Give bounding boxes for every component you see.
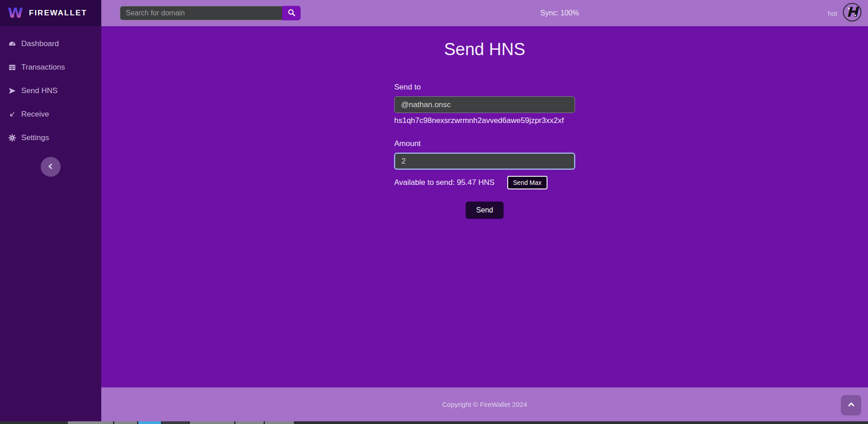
amount-label: Amount — [394, 139, 575, 148]
brand-name: FIREWALLET — [29, 9, 87, 18]
chevron-left-icon — [47, 162, 55, 172]
available-balance-text: Available to send: 95.47 HNS — [394, 178, 495, 187]
svg-text:H: H — [846, 4, 859, 20]
arrow-down-left-icon — [8, 110, 16, 118]
sidebar: W FIREWALLET Dashboard — [0, 0, 101, 421]
send-max-button[interactable]: Send Max — [507, 176, 547, 189]
search-button[interactable] — [282, 6, 301, 20]
sidebar-collapse-button[interactable] — [41, 157, 61, 177]
resolved-address: hs1qh7c98nexsrzwrmnh2avved6awe59jzpr3xx2… — [394, 116, 575, 125]
brand[interactable]: W FIREWALLET — [0, 0, 101, 26]
send-button[interactable]: Send — [466, 202, 503, 219]
sidebar-item-label: Transactions — [21, 63, 65, 72]
sidebar-item-label: Dashboard — [21, 39, 59, 48]
taskbar-item[interactable] — [68, 421, 113, 424]
scroll-to-top-button[interactable] — [841, 395, 861, 415]
topbar: Sync: 100% hot H — [101, 0, 868, 26]
svg-text:W: W — [8, 5, 23, 21]
send-to-label: Send to — [394, 83, 575, 92]
taskbar-strip — [0, 421, 868, 424]
taskbar-item[interactable] — [162, 421, 189, 424]
page-title: Send HNS — [101, 40, 868, 59]
sidebar-item-settings[interactable]: Settings — [0, 126, 101, 150]
sidebar-item-label: Receive — [21, 110, 49, 119]
sidebar-nav: Dashboard Transactions Send HNS — [0, 32, 101, 150]
send-to-input[interactable] — [394, 96, 575, 113]
sidebar-item-label: Settings — [21, 133, 49, 142]
sidebar-item-transactions[interactable]: Transactions — [0, 56, 101, 79]
handshake-logo-icon: H — [842, 2, 862, 24]
send-form: Send to hs1qh7c98nexsrzwrmnh2avved6awe59… — [394, 83, 575, 219]
taskbar-item[interactable] — [114, 421, 137, 424]
taskbar-item[interactable] — [190, 421, 234, 424]
available-row: Available to send: 95.47 HNS Send Max — [394, 176, 575, 189]
sidebar-item-dashboard[interactable]: Dashboard — [0, 32, 101, 56]
sync-status: Sync: 100% — [540, 9, 579, 17]
wallet-selector[interactable]: hot H — [828, 2, 862, 24]
sidebar-item-send-hns[interactable]: Send HNS — [0, 79, 101, 103]
amount-input[interactable] — [394, 153, 575, 170]
wallet-name: hot — [828, 9, 837, 17]
table-icon — [8, 63, 16, 71]
copyright-text: Copyright © FireWallet 2024 — [442, 400, 527, 408]
paper-plane-icon — [8, 87, 16, 95]
footer: Copyright © FireWallet 2024 — [101, 387, 868, 421]
sidebar-item-receive[interactable]: Receive — [0, 103, 101, 126]
sidebar-item-label: Send HNS — [21, 86, 57, 95]
chevron-up-icon — [847, 400, 855, 410]
search-input[interactable] — [120, 6, 282, 20]
domain-search — [120, 6, 301, 20]
taskbar-item-active[interactable] — [138, 421, 161, 424]
taskbar-item[interactable] — [236, 421, 264, 424]
gauge-icon — [8, 40, 16, 48]
magnifier-icon — [288, 9, 296, 18]
gear-icon — [8, 134, 16, 142]
taskbar-item[interactable] — [265, 421, 294, 424]
send-hns-page: Send HNS Send to hs1qh7c98nexsrzwrmnh2av… — [101, 26, 868, 387]
firewallet-logo-icon: W — [7, 4, 24, 23]
